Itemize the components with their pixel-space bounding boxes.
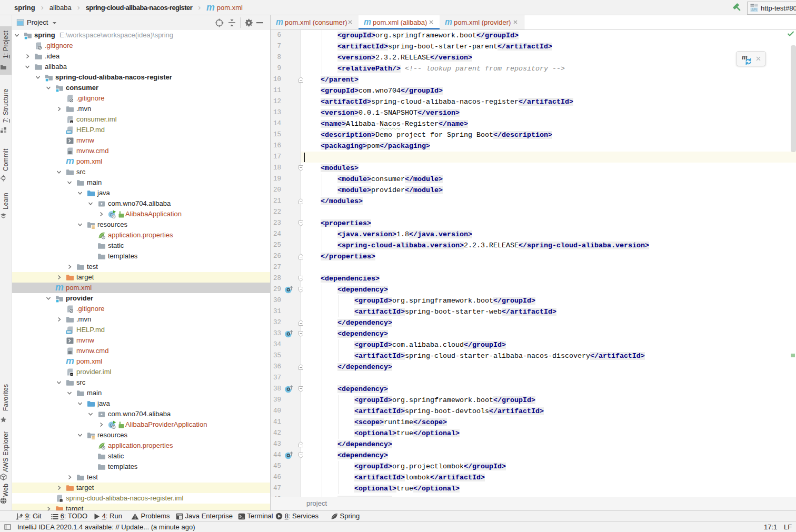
svg-text:m: m <box>364 19 371 26</box>
svg-text:MD: MD <box>67 131 72 134</box>
svg-text:m: m <box>445 19 452 26</box>
svg-text:m: m <box>276 19 283 26</box>
svg-text:m: m <box>66 157 74 166</box>
svg-text:MD: MD <box>67 330 72 334</box>
svg-text:m: m <box>206 4 215 12</box>
svg-text:m: m <box>55 284 64 292</box>
svg-text:API: API <box>751 8 757 12</box>
svg-text:m: m <box>66 357 74 366</box>
